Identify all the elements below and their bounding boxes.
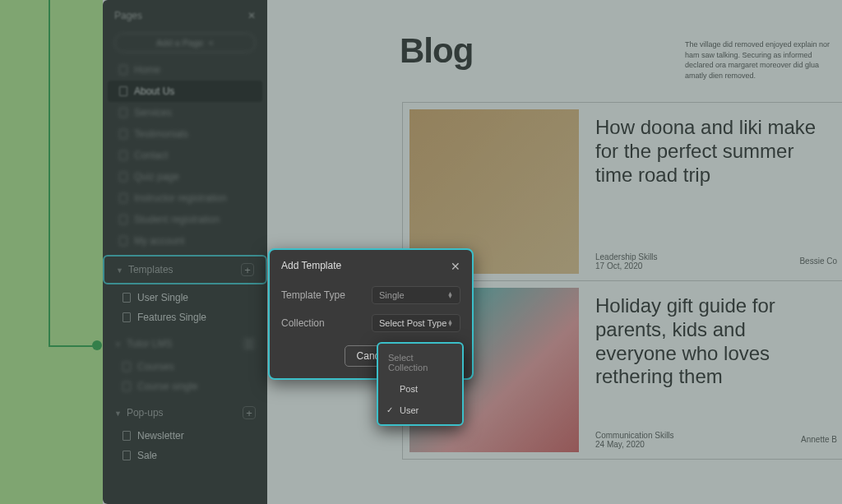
sidebar-page-item[interactable]: Quiz page [103,166,267,187]
sidebar-page-item[interactable]: Contact [103,145,267,166]
collection-select[interactable]: Select Post Type ▲▼ [372,314,460,332]
template-item-features-single[interactable]: Features Single [103,307,267,327]
dropdown-option-post[interactable]: Post [378,378,462,400]
select-chevron-icon: ▲▼ [447,292,453,298]
post-author: Bessie Co [799,257,837,266]
sidebar-page-item[interactable]: Testimonials [103,123,267,145]
add-popup-icon[interactable]: + [243,406,256,419]
select-chevron-icon: ▲▼ [447,320,453,326]
post-category: Leadership Skills [595,252,832,261]
page-icon [119,236,127,246]
tutor-item-course-single[interactable]: Course single [103,377,267,396]
close-panel-icon[interactable]: ✕ [248,10,256,21]
add-template-icon[interactable]: + [241,263,254,276]
dropdown-header: Select Collection [378,347,462,378]
page-icon [123,431,131,441]
post-author: Annette B [801,435,837,444]
sidebar-page-item[interactable]: About Us [108,81,262,102]
collection-label: Collection [281,317,325,329]
dropdown-option-user[interactable]: User [378,400,462,421]
post-date: 24 May, 2020 [595,440,832,449]
tutor-section-header[interactable]: ▼Tutor LMS ☰ [103,331,267,357]
sidebar-page-item[interactable]: Services [103,102,267,123]
popup-item-newsletter[interactable]: Newsletter [103,426,267,446]
blog-heading: Blog [400,31,473,71]
blog-description: The village did removed enjoyed explain … [685,39,841,81]
modal-title: Add Template [281,260,341,273]
chevron-down-icon: ▼ [114,340,122,349]
page-icon [123,312,131,322]
decorative-green-panel [0,0,103,504]
sidebar-page-item[interactable]: My account [103,230,267,252]
collection-dropdown: Select Collection Post User [377,342,464,426]
page-icon [119,172,127,182]
template-type-select[interactable]: Single ▲▼ [372,286,460,304]
chevron-down-icon: ▼ [114,409,122,418]
templates-section-header[interactable]: ▼Templates + [103,255,267,284]
sidebar-page-item[interactable]: Home [103,59,267,81]
page-icon [123,451,131,460]
page-icon [119,65,127,75]
page-icon [119,129,127,139]
pages-sidebar: Pages ✕ Add a Page + HomeAbout UsService… [103,0,267,504]
sidebar-page-item[interactable]: Student registration [103,209,267,230]
connector-line-vertical [49,0,50,345]
post-title: How doona and liki make for the perfect … [595,116,832,187]
template-item-user-single[interactable]: User Single [103,288,267,307]
page-icon [123,293,131,303]
tutor-item-courses[interactable]: Courses [103,357,267,377]
page-icon [123,362,131,372]
page-icon [119,86,127,96]
connector-line-horizontal [49,345,98,347]
chevron-down-icon: ▼ [116,266,123,275]
sidebar-page-item[interactable]: Instructor registration [103,187,267,209]
popups-section-header[interactable]: ▼Pop-ups + [103,400,267,426]
popup-item-sale[interactable]: Sale [103,446,267,465]
connector-dot [92,340,102,350]
close-icon[interactable]: ✕ [451,260,460,273]
add-page-button[interactable]: Add a Page + [114,33,256,53]
sidebar-title: Pages [114,10,142,21]
page-icon [119,150,127,160]
post-category: Communication Skills [595,431,832,440]
post-date: 17 Oct, 2020 [595,261,832,270]
page-icon [123,381,131,391]
template-type-label: Template Type [281,289,345,301]
page-icon [119,108,127,118]
page-icon [119,215,127,224]
add-tutor-icon[interactable]: ☰ [243,337,256,350]
page-icon [119,193,127,203]
post-title: Holiday gift guide for parents, kids and… [595,294,832,389]
